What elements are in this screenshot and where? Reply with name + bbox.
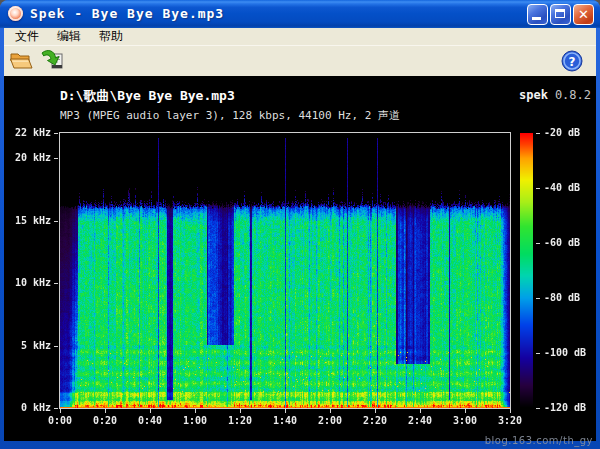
app-window: Spek - Bye Bye Bye.mp3 文件 编辑 帮助 [0,0,600,449]
folder-open-icon [9,49,34,72]
menu-file[interactable]: 文件 [6,27,48,46]
help-icon: ? [561,50,583,72]
toolbar: ? [4,45,596,76]
maximize-button[interactable] [550,4,571,25]
app-icon[interactable] [8,6,23,21]
close-button[interactable] [573,4,594,25]
window-controls [527,4,594,25]
app-version-number: 0.8.2 [548,88,591,102]
svg-text:?: ? [569,55,576,69]
spectrogram-canvas [60,133,510,408]
menu-bar: 文件 编辑 帮助 [4,28,596,45]
minimize-button[interactable] [527,4,548,25]
menu-edit[interactable]: 编辑 [48,27,90,46]
title-bar[interactable]: Spek - Bye Bye Bye.mp3 [0,0,600,28]
app-version: spek0.8.2 [519,88,591,102]
app-name-label: spek [519,88,548,102]
open-file-button[interactable] [9,49,35,74]
colorbar [520,133,533,408]
save-export-icon [39,49,65,73]
file-info: MP3 (MPEG audio layer 3), 128 kbps, 4410… [60,108,400,123]
save-spectrogram-button[interactable] [39,49,65,74]
window-title: Spek - Bye Bye Bye.mp3 [30,6,224,21]
watermark: blog.163.com/th_gy [485,435,593,446]
help-button[interactable]: ? [561,50,587,75]
menu-help[interactable]: 帮助 [90,27,132,46]
file-path: D:\歌曲\Bye Bye Bye.mp3 [60,87,235,105]
